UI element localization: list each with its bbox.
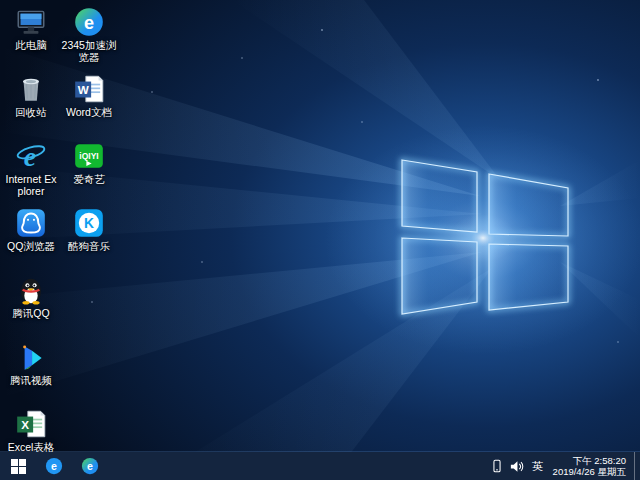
internet-explorer-icon: e (14, 139, 48, 173)
icon-column-1: 此电脑 回收站 e (2, 2, 60, 471)
desktop-icon-label: 回收站 (15, 107, 47, 119)
clock-time: 下午 2:58:20 (573, 455, 626, 466)
taskbar-clock[interactable]: 下午 2:58:20 2019/4/26 星期五 (549, 452, 634, 480)
language-label: 英 (532, 459, 543, 474)
desktop-icon-internet-explorer[interactable]: e Internet Explorer (2, 136, 60, 203)
tencent-qq-icon (14, 273, 48, 307)
2345-browser-icon: e (72, 5, 106, 39)
svg-text:iQIYI: iQIYI (79, 151, 98, 161)
volume-icon (509, 459, 524, 474)
svg-text:e: e (87, 460, 93, 472)
desktop-icon-this-pc[interactable]: 此电脑 (2, 2, 60, 69)
show-desktop-button[interactable] (634, 452, 640, 480)
windows-desktop: 此电脑 回收站 e (0, 0, 640, 480)
desktop-icon-label: 爱奇艺 (73, 174, 105, 186)
taskbar-pinned-browser-e-blue[interactable]: e (36, 452, 72, 480)
desktop-icon-word[interactable]: W Word文档 (60, 69, 118, 136)
this-pc-icon (14, 5, 48, 39)
taskbar-pinned-browser-e-2345[interactable]: e (72, 452, 108, 480)
iqiyi-icon: iQIYI (72, 139, 106, 173)
qq-browser-icon (14, 206, 48, 240)
svg-text:e: e (84, 13, 94, 33)
desktop-icon-label: QQ浏览器 (7, 241, 55, 253)
recycle-bin-icon (14, 72, 48, 106)
svg-text:X: X (21, 418, 29, 431)
desktop-icon-label: 腾讯视频 (10, 375, 52, 387)
desktop-icon-iqiyi[interactable]: iQIYI 爱奇艺 (60, 136, 118, 203)
kugou-music-icon: K (72, 206, 106, 240)
desktop-icon-label: 腾讯QQ (12, 308, 49, 320)
desktop-icon-label: 酷狗音乐 (68, 241, 110, 253)
desktop-icon-tencent-qq[interactable]: 腾讯QQ (2, 270, 60, 337)
desktop-icon-label: 此电脑 (15, 40, 47, 52)
desktop-icon-label: 2345加速浏览器 (61, 40, 117, 63)
tray-volume-icon[interactable] (507, 452, 527, 480)
tray-phone-icon[interactable] (487, 452, 507, 480)
desktop-icon-qq-browser[interactable]: QQ浏览器 (2, 203, 60, 270)
desktop-icon-kugou-music[interactable]: K 酷狗音乐 (60, 203, 118, 270)
language-indicator[interactable]: 英 (527, 452, 549, 480)
tencent-video-icon (14, 340, 48, 374)
desktop-icon-grid: 此电脑 回收站 e (2, 2, 118, 471)
system-tray: 英 下午 2:58:20 2019/4/26 星期五 (487, 452, 640, 480)
windows-logo-icon (11, 459, 26, 474)
desktop-icon-tencent-video[interactable]: 腾讯视频 (2, 337, 60, 404)
desktop-icon-label: Internet Explorer (3, 174, 59, 197)
svg-text:K: K (84, 215, 94, 231)
svg-text:W: W (78, 83, 89, 96)
icon-column-2: e 2345加速浏览器 W Word文 (60, 2, 118, 471)
desktop-icon-2345-browser[interactable]: e 2345加速浏览器 (60, 2, 118, 69)
start-button[interactable] (0, 452, 36, 480)
taskbar: e e (0, 452, 640, 480)
word-icon: W (72, 72, 106, 106)
svg-text:e: e (51, 460, 57, 472)
phone-icon (490, 458, 504, 474)
excel-icon: X (14, 407, 48, 441)
browser-e-2345-icon: e (80, 456, 100, 476)
desktop-icon-label: Word文档 (66, 107, 112, 119)
browser-e-blue-icon: e (44, 456, 64, 476)
clock-date: 2019/4/26 星期五 (553, 466, 626, 477)
desktop-icon-recycle-bin[interactable]: 回收站 (2, 69, 60, 136)
